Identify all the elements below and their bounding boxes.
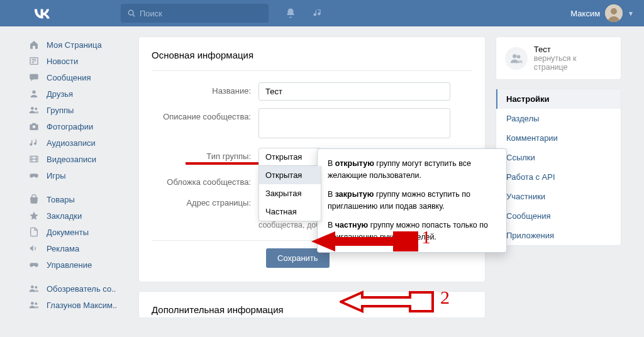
star-icon (28, 211, 40, 221)
svg-point-0 (128, 10, 133, 15)
bag-icon (28, 194, 40, 204)
camera-icon (28, 121, 40, 131)
sidebar-item-label: Закладки (47, 211, 82, 221)
svg-point-20 (513, 54, 516, 58)
svg-point-16 (31, 285, 34, 289)
type-option-private[interactable]: Частная (259, 202, 321, 221)
right-nav-item[interactable]: Разделы (496, 109, 621, 128)
avatar (605, 4, 623, 22)
sidebar-item-label: Группы (47, 106, 74, 115)
speech-icon (28, 72, 40, 82)
type-label: Тип группы: (152, 148, 258, 161)
sidebar-item-label: Сообщения (47, 73, 91, 82)
sidebar-item-label: Товары (47, 195, 75, 204)
sidebar-item[interactable]: Друзья (28, 86, 128, 102)
right-nav-item[interactable]: Ссылки (496, 148, 621, 167)
sidebar-item[interactable]: Игры (28, 167, 128, 184)
sidebar-item-label: Управление (47, 260, 92, 270)
chevron-down-icon: ▼ (628, 10, 634, 17)
search-input[interactable] (140, 9, 262, 18)
group-header[interactable]: Тест вернуться к странице (496, 36, 621, 80)
sidebar-item-label: Глазунов Максим.. (47, 301, 117, 310)
gamepad-icon (28, 260, 40, 270)
desc-label: Описание сообщества: (152, 108, 258, 121)
sidebar-item[interactable]: Моя Страница (28, 36, 128, 53)
vk-logo[interactable] (33, 8, 52, 19)
name-label: Название: (152, 82, 258, 96)
svg-line-1 (133, 14, 135, 16)
doc-icon (28, 227, 40, 237)
type-option-open[interactable]: Открытая (259, 166, 321, 184)
right-nav-item[interactable]: Настройки (496, 89, 621, 109)
group-icon (28, 300, 40, 310)
sidebar-item[interactable]: Сообщения (28, 69, 128, 86)
svg-point-19 (35, 302, 37, 305)
music-icon (28, 138, 40, 148)
sidebar-item-label: Фотографии (47, 122, 93, 131)
group-name: Тест (534, 45, 612, 54)
annotation-underline (186, 162, 265, 165)
search-box[interactable] (121, 4, 269, 23)
type-dropdown: Открытая Закрытая Частная (258, 166, 321, 221)
desc-textarea[interactable] (258, 108, 450, 138)
sidebar-item-label: Моя Страница (47, 40, 102, 50)
sidebar-item[interactable]: Глазунов Максим.. (28, 297, 128, 313)
user-menu[interactable]: Максим ▼ (570, 4, 634, 22)
sidebar-item[interactable]: Управление (28, 257, 128, 273)
topbar: Максим ▼ (0, 0, 644, 26)
sidebar-item[interactable]: Новости (28, 53, 128, 69)
right-sidebar: Тест вернуться к странице НастройкиРазде… (496, 36, 621, 327)
sidebar-item[interactable]: Группы (28, 102, 128, 118)
right-nav-item[interactable]: Приложения (496, 226, 621, 245)
film-icon (28, 154, 40, 164)
sidebar-item[interactable]: Реклама (28, 240, 128, 257)
svg-point-21 (517, 55, 521, 58)
right-nav: НастройкиРазделыКомментарииСсылкиРабота … (496, 89, 621, 246)
home-icon (28, 40, 40, 50)
group-avatar-icon (505, 47, 528, 70)
sidebar-item[interactable]: Фотографии (28, 118, 128, 135)
svg-point-17 (35, 286, 37, 289)
horn-icon (28, 243, 40, 253)
type-help-popover: В открытую группу могут вступить все жел… (317, 148, 507, 253)
username: Максим (570, 9, 600, 18)
svg-point-18 (31, 302, 34, 305)
group-sublink: вернуться к странице (534, 54, 612, 72)
sidebar-item[interactable]: Видеозаписи (28, 151, 128, 167)
sidebar-item-label: Обозреватель со.. (47, 284, 116, 294)
sidebar-item[interactable]: Обозреватель со.. (28, 280, 128, 297)
gamepad-icon (28, 170, 40, 180)
right-nav-item[interactable]: Комментарии (496, 128, 621, 148)
bell-icon[interactable] (285, 8, 296, 19)
sidebar-item-label: Видеозаписи (47, 155, 96, 164)
address-label: Адрес страницы: (152, 194, 258, 207)
sidebar-item[interactable]: Закладки (28, 207, 128, 224)
sidebar-item-label: Аудиозаписи (47, 138, 96, 148)
sidebar-item-label: Новости (47, 57, 78, 66)
svg-point-8 (32, 91, 35, 94)
sidebar-item-label: Друзья (47, 89, 73, 99)
name-input[interactable] (258, 82, 450, 101)
type-select[interactable]: Открытая (258, 148, 321, 166)
sidebar-item-label: Реклама (47, 244, 79, 253)
sidebar-item-label: Игры (47, 171, 66, 180)
additional-info-card: Дополнительная информация (138, 291, 486, 318)
sidebar-item[interactable]: Товары (28, 191, 128, 207)
group-icon (28, 105, 40, 115)
music-icon[interactable] (313, 8, 323, 19)
sidebar-item[interactable]: Аудиозаписи (28, 135, 128, 151)
sidebar-item[interactable]: Документы (28, 224, 128, 240)
card-title: Основная информация (152, 50, 472, 71)
sidebar-item-label: Документы (47, 228, 89, 237)
right-nav-item[interactable]: Сообщения (496, 206, 621, 226)
right-nav-item[interactable]: Работа с API (496, 167, 621, 187)
person-icon (28, 89, 40, 99)
newspaper-icon (28, 56, 40, 66)
left-sidebar: Моя СтраницаНовостиСообщенияДрузьяГруппы… (28, 36, 128, 327)
cover-label: Обложка сообщества: (152, 174, 258, 187)
svg-point-3 (611, 8, 617, 14)
type-option-closed[interactable]: Закрытая (259, 184, 321, 202)
right-nav-item[interactable]: Участники (496, 187, 621, 206)
svg-point-10 (35, 108, 37, 110)
svg-point-9 (31, 107, 34, 110)
